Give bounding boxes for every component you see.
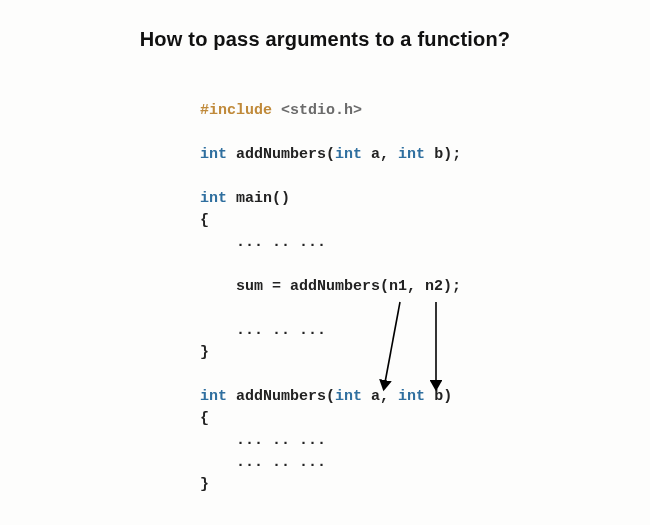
ellipsis-3: ... .. ... — [236, 432, 326, 449]
kw-int-3: int — [398, 146, 425, 163]
kw-int-7: int — [398, 388, 425, 405]
kw-int-5: int — [200, 388, 227, 405]
directive-include: #include — [200, 102, 272, 119]
call-sum: sum = addNumbers(n1, n2); — [236, 278, 461, 295]
page: How to pass arguments to a function? #in… — [0, 0, 650, 525]
def-param-a: a, — [371, 388, 398, 405]
fn-def-name: addNumbers — [236, 388, 326, 405]
page-title: How to pass arguments to a function? — [0, 28, 650, 51]
ellipsis-1: ... .. ... — [236, 234, 326, 251]
brace-close-2: } — [200, 476, 209, 493]
ellipsis-4: ... .. ... — [236, 454, 326, 471]
fn-proto-name: addNumbers — [236, 146, 326, 163]
brace-close-1: } — [200, 344, 209, 361]
code-block: #include <stdio.h> int addNumbers(int a,… — [200, 100, 461, 496]
ellipsis-2: ... .. ... — [236, 322, 326, 339]
brace-open-2: { — [200, 410, 209, 427]
kw-int-2: int — [335, 146, 362, 163]
kw-int-6: int — [335, 388, 362, 405]
proto-param-a: a, — [371, 146, 398, 163]
kw-int-1: int — [200, 146, 227, 163]
brace-open-1: { — [200, 212, 209, 229]
kw-int-4: int — [200, 190, 227, 207]
def-param-b: b) — [434, 388, 452, 405]
fn-main: main — [236, 190, 272, 207]
header-stdio: <stdio.h> — [281, 102, 362, 119]
proto-param-b: b); — [434, 146, 461, 163]
